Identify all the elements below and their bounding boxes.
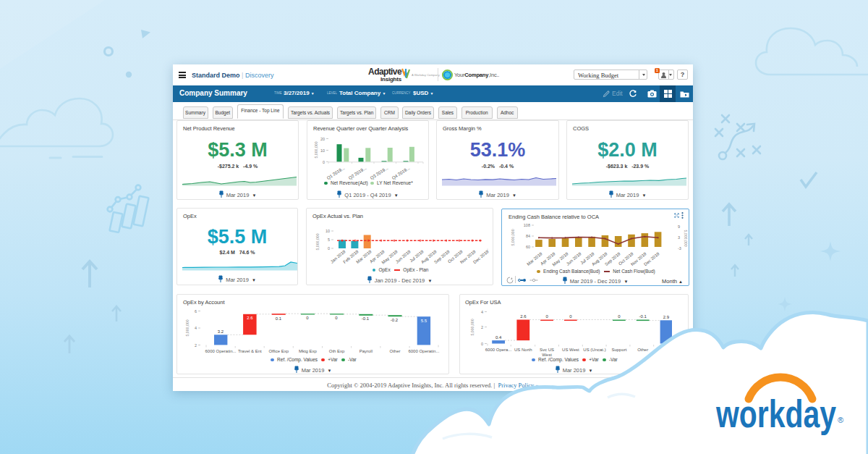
- svg-text:®: ®: [838, 416, 843, 424]
- svg-text:workday: workday: [715, 392, 836, 435]
